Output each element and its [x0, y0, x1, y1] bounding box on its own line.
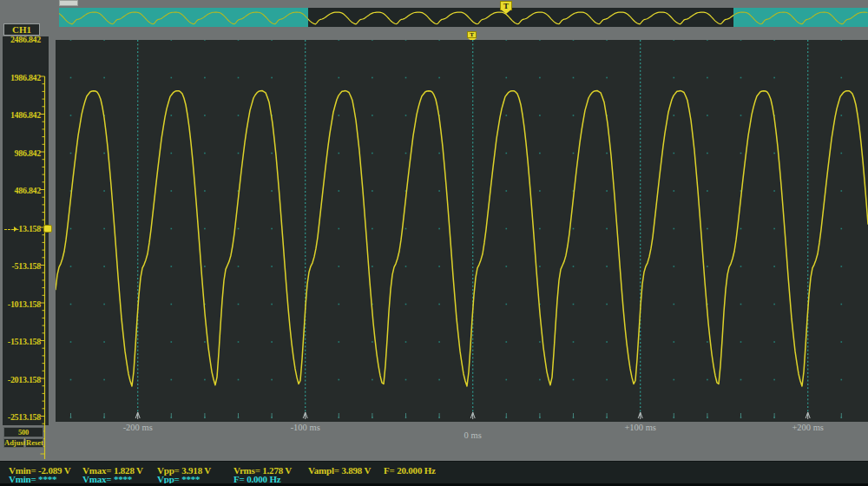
v-axis-label: 986.842	[3, 148, 41, 159]
oscilloscope-app: { "colors": { "window_bg": "#6f7373", "p…	[0, 0, 868, 486]
preview-trace-outside	[59, 12, 868, 24]
waveform-canvas	[56, 40, 868, 422]
record-indicator-chip	[59, 0, 78, 6]
v-axis-label: 2486.842	[3, 35, 41, 45]
reset-button[interactable]: Reset	[25, 438, 43, 448]
time-axis-label: +100 ms	[615, 423, 667, 432]
v-axis-label: -1513.158	[3, 337, 41, 347]
measurement-f-primary: F= 20.000 Hz	[384, 465, 436, 476]
v-axis-label: 486.842	[3, 186, 41, 196]
v-axis-label: -513.158	[3, 261, 41, 272]
preview-waveform	[59, 8, 868, 27]
waveform-display	[56, 40, 868, 422]
time-axis-label: -100 ms	[279, 423, 332, 432]
v-axis-label: -2013.158	[3, 375, 41, 385]
channel-ch1-button[interactable]: CH1	[3, 23, 40, 36]
volts-per-grid-display[interactable]: 500 mV/Grid	[3, 427, 43, 437]
measurement-bar: Vmin= -2.089 VVmax= 1.828 VVpp= 3.918 VV…	[0, 461, 868, 483]
ground-level-dashes	[4, 229, 14, 230]
v-axis-label: 1486.842	[3, 110, 41, 121]
preview-trace-inside	[59, 12, 868, 24]
v-axis-label: -1013.158	[3, 299, 41, 310]
trigger-time-flag[interactable]: T	[467, 31, 477, 38]
trigger-position-flag[interactable]: T	[500, 1, 512, 10]
ch1-trace	[56, 91, 868, 386]
time-axis-label: +200 ms	[782, 423, 834, 432]
time-axis-label: 0 ms	[447, 430, 499, 440]
v-axis-label: 1986.842	[3, 73, 41, 83]
ground-level-arrow-icon	[14, 227, 17, 232]
time-axis-label: -200 ms	[112, 423, 164, 432]
v-axis-label: -2513.158	[3, 412, 41, 423]
vertical-axis: 2486.8421986.8421486.842986.842486.842-1…	[3, 36, 49, 425]
grid-dots	[70, 40, 842, 419]
measurement-vampl-primary: Vampl= 3.898 V	[308, 465, 371, 476]
adjust-button[interactable]: Adjust	[3, 438, 24, 448]
record-preview-bar[interactable]	[59, 8, 868, 27]
channel-ground-marker[interactable]	[43, 225, 52, 233]
